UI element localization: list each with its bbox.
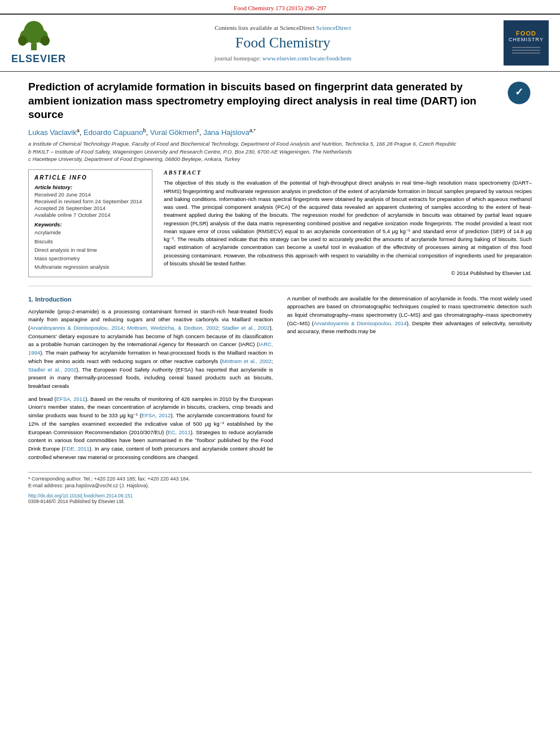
authors-line: Lukas Vaclavika, Edoardo Capuanob, Vural… (28, 128, 532, 137)
body-col-right: A number of methods are available for th… (287, 295, 532, 466)
svg-point-4 (18, 36, 27, 46)
section-divider (28, 286, 532, 286)
elsevier-tree-icon (11, 21, 56, 52)
svg-rect-0 (31, 43, 37, 50)
ref-fde-2011[interactable]: FDE, 2011 (64, 445, 90, 452)
ref-arvanitoyannis-2014b[interactable]: Arvanitoyannis & Dionisopoulou, 2014 (314, 320, 407, 326)
keywords-list: Acrylamide Biscuits Direct analysis in r… (34, 229, 146, 271)
bottom-doi-area: http://dx.doi.org/10.1016/j.foodchem.201… (28, 493, 532, 504)
main-content: Prediction of acrylamide formation in bi… (0, 72, 560, 516)
journal-title: Food Chemistry (79, 34, 487, 51)
abstract-col: ABSTRACT The objective of this study is … (164, 169, 532, 277)
keyword-2: Biscuits (34, 238, 146, 246)
keyword-1: Acrylamide (34, 229, 146, 237)
publisher-logo: ELSEVIER (11, 21, 73, 65)
footnote-area: * Corresponding author. Tel.: +420 220 4… (28, 472, 532, 488)
svg-text:✓: ✓ (515, 86, 523, 98)
food-chemistry-badge: FOOD CHEMISTRY (504, 20, 549, 65)
article-title: Prediction of acrylamide formation in bi… (28, 80, 532, 122)
affiliation-a: a Institute of Chemical Technology Pragu… (28, 140, 532, 147)
corresponding-author-note: * Corresponding author. Tel.: +420 220 4… (28, 476, 532, 482)
author-capuano[interactable]: Edoardo Capuano (84, 128, 143, 137)
journal-badge-area: FOOD CHEMISTRY (492, 20, 549, 65)
keyword-4: Mass spectrometry (34, 255, 146, 263)
info-abstract-section: ARTICLE INFO Article history: Received 2… (28, 169, 532, 277)
ref-arvanitoyannis-2014[interactable]: Arvanitoyannis & Dionisopoulou, 2014 (30, 325, 123, 331)
sciencedirect-line: Contents lists available at ScienceDirec… (79, 24, 487, 31)
ref-efsa-2011[interactable]: EFSA, 2011 (56, 396, 86, 402)
keyword-3: Direct analysis in real time (34, 246, 146, 254)
keyword-5: Multivariate regression analysis (34, 263, 146, 271)
keywords-label: Keywords: (34, 221, 146, 228)
ref-iarc-1994[interactable]: IARC, 1994 (28, 341, 273, 356)
affiliation-b: b RIKILT – Institute of Food Safety, Wag… (28, 148, 532, 155)
author-gokmen[interactable]: Vural Gökmen (150, 128, 197, 137)
journal-citation: Food Chemistry 173 (2015) 290–297 (0, 0, 560, 14)
affiliation-c: c Hacettepe University, Department of Fo… (28, 155, 532, 163)
badge-food-text: FOOD (516, 30, 536, 37)
body-col-left: 1. Introduction Acrylamide (prop-2-enami… (28, 295, 273, 466)
accepted-date: Accepted 26 September 2014 (34, 205, 146, 211)
ref-stadler-2002[interactable]: Stadler et al., 2002 (222, 325, 269, 331)
intro-para-2: and bread (EFSA, 2011). Based on the res… (28, 395, 273, 462)
introduction-heading: 1. Introduction (28, 295, 273, 304)
intro-para-3: A number of methods are available for th… (287, 295, 532, 337)
badge-decoration-icon (509, 45, 543, 56)
homepage-link[interactable]: www.elsevier.com/locate/foodchem (262, 55, 352, 62)
email-note: E-mail address: jana.hajslova@vscht.cz (… (28, 483, 532, 488)
journal-homepage: journal homepage: www.elsevier.com/locat… (79, 55, 487, 62)
intro-para-1: Acrylamide (prop-2-enamide) is a process… (28, 308, 273, 391)
badge-chemistry-text: CHEMISTRY (509, 37, 544, 42)
body-section: 1. Introduction Acrylamide (prop-2-enami… (28, 295, 532, 466)
received-revised-date: Received in revised form 24 September 20… (34, 198, 146, 204)
doi-link[interactable]: http://dx.doi.org/10.1016/j.foodchem.201… (28, 493, 133, 499)
article-info-heading: ARTICLE INFO (34, 174, 146, 181)
elsevier-brand: ELSEVIER (11, 53, 66, 65)
affiliations: a Institute of Chemical Technology Pragu… (28, 140, 532, 163)
received-date: Received 20 June 2014 (34, 191, 146, 198)
author-vaclavik[interactable]: Lukas Vaclavik (28, 128, 77, 137)
abstract-heading: ABSTRACT (164, 169, 532, 176)
available-date: Available online 7 October 2014 (34, 212, 146, 218)
sciencedirect-link[interactable]: ScienceDirect (316, 24, 351, 31)
crossmark-icon[interactable]: ✓ (506, 80, 532, 106)
abstract-text: The objective of this study is the evalu… (164, 179, 532, 268)
ref-stadler-2002b[interactable]: Stadler et al., 2002 (28, 366, 76, 373)
svg-point-5 (41, 36, 50, 46)
article-info-col: ARTICLE INFO Article history: Received 2… (28, 169, 152, 277)
issn-line: 0308-8146/© 2014 Published by Elsevier L… (28, 499, 125, 504)
author-hajslova[interactable]: Jana Hajslova (203, 128, 250, 137)
ref-mottram-2002[interactable]: Mottram, Wedzicha, & Dodson, 2002 (127, 325, 218, 331)
journal-title-area: Contents lists available at ScienceDirec… (79, 24, 487, 62)
ref-efsa-2012[interactable]: EFSA, 2012 (142, 412, 171, 418)
copyright-line: © 2014 Published by Elsevier Ltd. (164, 270, 532, 276)
history-label: Article history: (34, 184, 146, 190)
journal-header: ELSEVIER Contents lists available at Sci… (0, 14, 560, 72)
article-info-box: ARTICLE INFO Article history: Received 2… (28, 169, 152, 277)
ref-mottram-2002b[interactable]: Mottram et al., 2002 (222, 358, 272, 364)
ref-ec-2011[interactable]: EC, 2011 (168, 429, 191, 435)
